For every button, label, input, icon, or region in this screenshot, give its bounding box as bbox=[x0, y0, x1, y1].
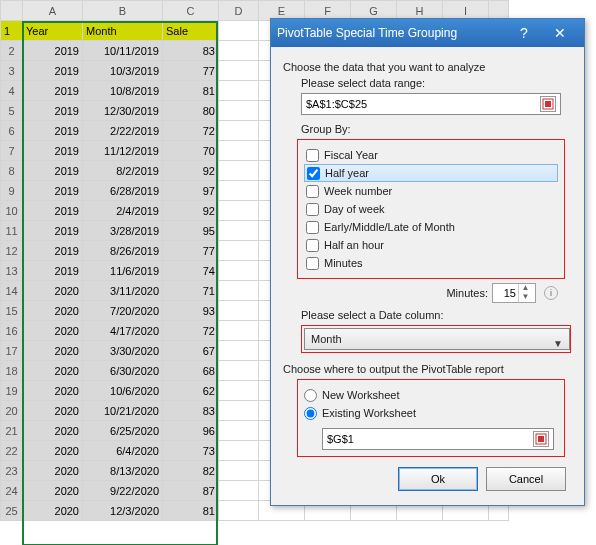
col-header[interactable]: D bbox=[219, 1, 259, 21]
cell[interactable] bbox=[219, 441, 259, 461]
cell[interactable]: 6/28/2019 bbox=[83, 181, 163, 201]
row-header[interactable]: 25 bbox=[1, 501, 23, 521]
help-button[interactable]: ? bbox=[506, 25, 542, 41]
cell[interactable]: 74 bbox=[163, 261, 219, 281]
cell[interactable]: 3/30/2020 bbox=[83, 341, 163, 361]
cell[interactable]: 82 bbox=[163, 461, 219, 481]
cell[interactable]: 2020 bbox=[23, 321, 83, 341]
row-header[interactable]: 8 bbox=[1, 161, 23, 181]
cell[interactable] bbox=[219, 481, 259, 501]
row-header[interactable]: 15 bbox=[1, 301, 23, 321]
row-header[interactable]: 11 bbox=[1, 221, 23, 241]
cell[interactable]: 2019 bbox=[23, 141, 83, 161]
cell[interactable]: 72 bbox=[163, 121, 219, 141]
info-icon[interactable]: i bbox=[544, 286, 558, 300]
cell[interactable]: Year bbox=[23, 21, 83, 41]
cell[interactable]: 10/8/2019 bbox=[83, 81, 163, 101]
radio-new-worksheet[interactable]: New Worksheet bbox=[304, 386, 558, 404]
row-header[interactable]: 5 bbox=[1, 101, 23, 121]
col-header[interactable]: B bbox=[83, 1, 163, 21]
cell[interactable]: 10/11/2019 bbox=[83, 41, 163, 61]
ok-button[interactable]: Ok bbox=[398, 467, 478, 491]
cell[interactable]: 6/4/2020 bbox=[83, 441, 163, 461]
chk-half-year[interactable]: Half year bbox=[304, 164, 558, 182]
cell[interactable] bbox=[219, 401, 259, 421]
cell[interactable]: 77 bbox=[163, 241, 219, 261]
cell[interactable]: 10/6/2020 bbox=[83, 381, 163, 401]
cell[interactable]: 2/4/2019 bbox=[83, 201, 163, 221]
cell[interactable]: 2/22/2019 bbox=[83, 121, 163, 141]
cell[interactable] bbox=[219, 361, 259, 381]
cell[interactable]: 71 bbox=[163, 281, 219, 301]
cell[interactable]: 2019 bbox=[23, 221, 83, 241]
cell[interactable]: 93 bbox=[163, 301, 219, 321]
cell[interactable]: 2020 bbox=[23, 461, 83, 481]
cell[interactable]: 68 bbox=[163, 361, 219, 381]
cell[interactable]: 6/25/2020 bbox=[83, 421, 163, 441]
cell[interactable]: 72 bbox=[163, 321, 219, 341]
cell[interactable]: 11/6/2019 bbox=[83, 261, 163, 281]
cell[interactable]: 3/11/2020 bbox=[83, 281, 163, 301]
cell[interactable] bbox=[219, 461, 259, 481]
row-header[interactable]: 18 bbox=[1, 361, 23, 381]
cell[interactable]: 96 bbox=[163, 421, 219, 441]
cell[interactable]: 2019 bbox=[23, 201, 83, 221]
row-header[interactable]: 22 bbox=[1, 441, 23, 461]
cell[interactable]: 8/13/2020 bbox=[83, 461, 163, 481]
cell[interactable]: 12/30/2019 bbox=[83, 101, 163, 121]
cell[interactable]: 7/20/2020 bbox=[83, 301, 163, 321]
cell[interactable] bbox=[219, 221, 259, 241]
spin-down-icon[interactable]: ▼ bbox=[518, 293, 532, 302]
row-header[interactable]: 21 bbox=[1, 421, 23, 441]
cell[interactable]: 83 bbox=[163, 41, 219, 61]
row-header[interactable]: 1 bbox=[1, 21, 23, 41]
cell[interactable]: 97 bbox=[163, 181, 219, 201]
row-header[interactable]: 12 bbox=[1, 241, 23, 261]
col-header[interactable]: A bbox=[23, 1, 83, 21]
row-header[interactable]: 13 bbox=[1, 261, 23, 281]
row-header[interactable]: 3 bbox=[1, 61, 23, 81]
output-cell-input[interactable] bbox=[327, 433, 533, 445]
cell[interactable]: 77 bbox=[163, 61, 219, 81]
cell[interactable]: 3/28/2019 bbox=[83, 221, 163, 241]
cell[interactable]: 2020 bbox=[23, 481, 83, 501]
cell[interactable] bbox=[219, 261, 259, 281]
cell[interactable]: 2019 bbox=[23, 41, 83, 61]
cell[interactable]: Sale bbox=[163, 21, 219, 41]
cell[interactable]: 2020 bbox=[23, 341, 83, 361]
cell[interactable]: 70 bbox=[163, 141, 219, 161]
cell[interactable]: 2019 bbox=[23, 101, 83, 121]
cell[interactable] bbox=[219, 281, 259, 301]
cell[interactable]: 6/30/2020 bbox=[83, 361, 163, 381]
cell[interactable]: 2020 bbox=[23, 501, 83, 521]
cell[interactable]: 2019 bbox=[23, 61, 83, 81]
cell[interactable]: 2019 bbox=[23, 181, 83, 201]
cell[interactable]: 4/17/2020 bbox=[83, 321, 163, 341]
cell[interactable]: 2020 bbox=[23, 421, 83, 441]
cell[interactable]: 2019 bbox=[23, 121, 83, 141]
chk-eml-month[interactable]: Early/Middle/Late of Month bbox=[304, 218, 558, 236]
minutes-input[interactable] bbox=[493, 287, 518, 299]
cell[interactable]: 92 bbox=[163, 161, 219, 181]
row-header[interactable]: 16 bbox=[1, 321, 23, 341]
chk-half-hour[interactable]: Half an hour bbox=[304, 236, 558, 254]
row-header[interactable]: 20 bbox=[1, 401, 23, 421]
cell[interactable] bbox=[219, 301, 259, 321]
data-range-input[interactable] bbox=[306, 98, 540, 110]
close-button[interactable]: ✕ bbox=[542, 25, 578, 41]
cell[interactable]: 8/2/2019 bbox=[83, 161, 163, 181]
cell[interactable]: 2020 bbox=[23, 301, 83, 321]
row-header[interactable]: 24 bbox=[1, 481, 23, 501]
row-header[interactable]: 23 bbox=[1, 461, 23, 481]
cell[interactable]: 92 bbox=[163, 201, 219, 221]
dialog-titlebar[interactable]: PivotTable Special Time Grouping ? ✕ bbox=[271, 19, 584, 47]
cell[interactable] bbox=[219, 121, 259, 141]
row-header[interactable]: 2 bbox=[1, 41, 23, 61]
row-header[interactable]: 17 bbox=[1, 341, 23, 361]
cell[interactable] bbox=[219, 141, 259, 161]
cell[interactable]: 81 bbox=[163, 81, 219, 101]
cell[interactable]: 80 bbox=[163, 101, 219, 121]
col-header[interactable]: C bbox=[163, 1, 219, 21]
cell[interactable] bbox=[219, 381, 259, 401]
row-header[interactable]: 10 bbox=[1, 201, 23, 221]
